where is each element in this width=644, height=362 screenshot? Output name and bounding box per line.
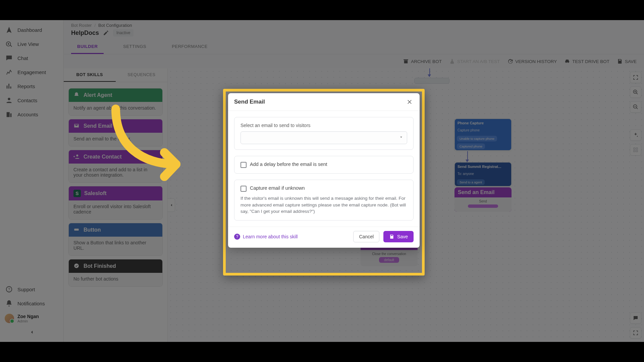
cancel-label: Cancel xyxy=(359,234,374,239)
modal-title: Send Email xyxy=(234,99,265,105)
select-email-label: Select an email to send to visitors xyxy=(240,123,407,128)
modal-footer-buttons: Cancel Save xyxy=(353,231,414,242)
modal-footer: ? Learn more about this skill Cancel Sav… xyxy=(228,227,420,248)
learn-more-link[interactable]: ? Learn more about this skill xyxy=(234,234,298,240)
save-label: Save xyxy=(397,234,408,239)
save-icon xyxy=(389,234,394,239)
delay-label: Add a delay before the email is sent xyxy=(250,162,327,167)
help-circle-icon: ? xyxy=(234,234,240,240)
letterbox-bottom xyxy=(0,342,644,362)
learn-more-label: Learn more about this skill xyxy=(243,234,298,239)
select-email-section: Select an email to send to visitors xyxy=(234,117,414,150)
letterbox-top xyxy=(0,0,644,20)
send-email-modal: Send Email Select an email to send to vi… xyxy=(228,93,420,248)
chevron-down-icon xyxy=(399,135,404,141)
modal-close-button[interactable] xyxy=(406,98,414,106)
cancel-button[interactable]: Cancel xyxy=(353,231,379,242)
app-root: Dashboard Live View Chat Engagement Repo… xyxy=(0,20,644,342)
save-button[interactable]: Save xyxy=(383,231,414,242)
close-icon xyxy=(407,99,413,105)
capture-label: Capture email if unknown xyxy=(250,185,305,191)
email-select[interactable] xyxy=(240,131,407,144)
modal-header: Send Email xyxy=(228,93,420,111)
delay-section: Add a delay before the email is sent xyxy=(234,156,414,174)
modal-body: Select an email to send to visitors Add … xyxy=(228,111,420,227)
capture-checkbox[interactable] xyxy=(240,186,247,192)
capture-section: Capture email if unknown If the visitor'… xyxy=(234,180,414,221)
delay-checkbox[interactable] xyxy=(240,162,247,168)
capture-help-text: If the visitor's email is unknown this w… xyxy=(240,195,407,215)
